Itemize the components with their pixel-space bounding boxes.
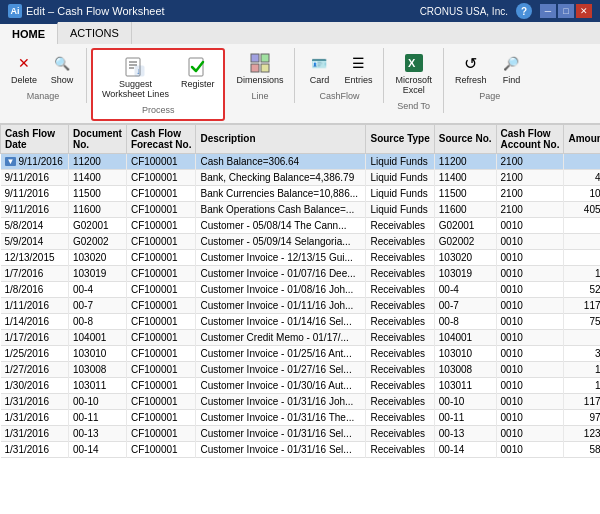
table-row[interactable]: 1/31/201600-14CF100001Customer Invoice -… bbox=[1, 441, 601, 457]
cell-date: 1/11/2016 bbox=[1, 297, 69, 313]
dimensions-button[interactable]: Dimensions bbox=[231, 48, 288, 89]
cell-sourceno: 11400 bbox=[434, 169, 496, 185]
table-row[interactable]: 1/31/201600-13CF100001Customer Invoice -… bbox=[1, 425, 601, 441]
cell-docno: 11200 bbox=[69, 153, 127, 169]
cell-accountno: 0010 bbox=[496, 441, 564, 457]
cell-amount: 822.00 bbox=[564, 249, 600, 265]
cell-forecastno: CF100001 bbox=[126, 425, 196, 441]
ribbon-group-page: Refresh Find Page bbox=[448, 48, 536, 103]
cell-description: Customer Invoice - 01/31/16 Joh... bbox=[196, 393, 366, 409]
cell-sourcetype: Receivables bbox=[366, 217, 434, 233]
col-sourcetype: Source Type bbox=[366, 124, 434, 153]
maximize-button[interactable]: □ bbox=[558, 4, 574, 18]
cell-accountno: 2100 bbox=[496, 169, 564, 185]
table-row[interactable]: 1/31/201600-10CF100001Customer Invoice -… bbox=[1, 393, 601, 409]
cell-description: Customer Invoice - 01/31/16 The... bbox=[196, 409, 366, 425]
table-row[interactable]: 9/11/201611400CF100001Bank, Checking Bal… bbox=[1, 169, 601, 185]
cell-docno: 103011 bbox=[69, 377, 127, 393]
cell-date: 1/30/2016 bbox=[1, 377, 69, 393]
ribbon-content: Delete Show Manage bbox=[0, 44, 600, 123]
entries-button[interactable]: Entries bbox=[339, 48, 377, 89]
close-button[interactable]: ✕ bbox=[576, 4, 592, 18]
register-label: Register bbox=[181, 80, 215, 90]
cell-forecastno: CF100001 bbox=[126, 249, 196, 265]
line-group-label: Line bbox=[231, 91, 288, 103]
cell-description: Customer - 05/08/14 The Cann... bbox=[196, 217, 366, 233]
cell-sourcetype: Receivables bbox=[366, 409, 434, 425]
table-row[interactable]: ▼9/11/201611200CF100001Cash Balance=306.… bbox=[1, 153, 601, 169]
minimize-button[interactable]: ─ bbox=[540, 4, 556, 18]
cell-amount: 1,434.40 bbox=[564, 377, 600, 393]
date-dropdown[interactable]: ▼ bbox=[5, 157, 17, 166]
table-row[interactable]: 1/27/2016103008CF100001Customer Invoice … bbox=[1, 361, 601, 377]
table-row[interactable]: 5/9/2014G02002CF100001Customer - 05/09/1… bbox=[1, 233, 601, 249]
cell-date: 1/7/2016 bbox=[1, 265, 69, 281]
dimensions-icon bbox=[248, 51, 272, 75]
table-row[interactable]: 12/13/2015103020CF100001Customer Invoice… bbox=[1, 249, 601, 265]
cell-sourceno: 00-11 bbox=[434, 409, 496, 425]
cell-sourceno: 103008 bbox=[434, 361, 496, 377]
find-icon bbox=[499, 51, 523, 75]
cell-sourcetype: Liquid Funds bbox=[366, 169, 434, 185]
svg-text:↓: ↓ bbox=[136, 66, 141, 76]
col-date: Cash FlowDate bbox=[1, 124, 69, 153]
table-row[interactable]: 1/31/201600-11CF100001Customer Invoice -… bbox=[1, 409, 601, 425]
table-row[interactable]: 1/25/2016103010CF100001Customer Invoice … bbox=[1, 345, 601, 361]
cell-date: 1/17/2016 bbox=[1, 329, 69, 345]
register-button[interactable]: Register bbox=[176, 52, 220, 93]
col-docno: DocumentNo. bbox=[69, 124, 127, 153]
cell-accountno: 0010 bbox=[496, 217, 564, 233]
svg-rect-8 bbox=[261, 54, 269, 62]
cell-sourceno: 104001 bbox=[434, 329, 496, 345]
refresh-icon bbox=[459, 51, 483, 75]
refresh-button[interactable]: Refresh bbox=[450, 48, 492, 89]
table-row[interactable]: 1/11/201600-7CF100001Customer Invoice - … bbox=[1, 297, 601, 313]
cell-forecastno: CF100001 bbox=[126, 329, 196, 345]
register-icon bbox=[186, 55, 210, 79]
cell-amount: 405,032.77 bbox=[564, 201, 600, 217]
table-row[interactable]: 1/14/201600-8CF100001Customer Invoice - … bbox=[1, 313, 601, 329]
cell-amount: 123,903.02 bbox=[564, 425, 600, 441]
app-icon: Ai bbox=[8, 4, 22, 18]
delete-button[interactable]: Delete bbox=[6, 48, 42, 89]
excel-button[interactable]: X MicrosoftExcel bbox=[390, 48, 437, 99]
cell-description: Customer Invoice - 01/11/16 Joh... bbox=[196, 297, 366, 313]
table-row[interactable]: 9/11/201611500CF100001Bank Currencies Ba… bbox=[1, 185, 601, 201]
cell-description: Customer Invoice - 01/07/16 Dee... bbox=[196, 265, 366, 281]
company-name: CRONUS USA, Inc. bbox=[420, 6, 508, 17]
cell-date: 12/13/2015 bbox=[1, 249, 69, 265]
cell-description: Customer Invoice - 01/14/16 Sel... bbox=[196, 313, 366, 329]
card-button[interactable]: Card bbox=[301, 48, 337, 89]
cell-docno: G02002 bbox=[69, 233, 127, 249]
help-icon[interactable]: ? bbox=[516, 3, 532, 19]
cell-forecastno: CF100001 bbox=[126, 233, 196, 249]
cell-accountno: 0010 bbox=[496, 297, 564, 313]
cell-docno: 11500 bbox=[69, 185, 127, 201]
table-container[interactable]: Cash FlowDate DocumentNo. Cash FlowForec… bbox=[0, 124, 600, 514]
cell-forecastno: CF100001 bbox=[126, 409, 196, 425]
cell-amount: 52,169.69 bbox=[564, 281, 600, 297]
col-description: Description bbox=[196, 124, 366, 153]
table-row[interactable]: 1/17/2016104001CF100001Customer Credit M… bbox=[1, 329, 601, 345]
tab-actions[interactable]: ACTIONS bbox=[58, 22, 132, 44]
suggest-button[interactable]: ↓ SuggestWorksheet Lines bbox=[97, 52, 174, 103]
table-row[interactable]: 5/8/2014G02001CF100001Customer - 05/08/1… bbox=[1, 217, 601, 233]
find-button[interactable]: Find bbox=[493, 48, 529, 89]
process-group-label: Process bbox=[97, 105, 219, 117]
cell-sourceno: 00-8 bbox=[434, 313, 496, 329]
table-row[interactable]: 1/7/2016103019CF100001Customer Invoice -… bbox=[1, 265, 601, 281]
cell-accountno: 0010 bbox=[496, 249, 564, 265]
table-row[interactable]: 1/30/2016103011CF100001Customer Invoice … bbox=[1, 377, 601, 393]
title-bar: Ai Edit – Cash Flow Worksheet CRONUS USA… bbox=[0, 0, 600, 22]
show-button[interactable]: Show bbox=[44, 48, 80, 89]
table-row[interactable]: 9/11/201611600CF100001Bank Operations Ca… bbox=[1, 201, 601, 217]
excel-label: MicrosoftExcel bbox=[395, 76, 432, 96]
cell-sourcetype: Receivables bbox=[366, 313, 434, 329]
table-row[interactable]: 1/8/201600-4CF100001Customer Invoice - 0… bbox=[1, 281, 601, 297]
ribbon: HOME ACTIONS Delete Show Manage bbox=[0, 22, 600, 124]
tab-home[interactable]: HOME bbox=[0, 22, 58, 44]
cell-accountno: 2100 bbox=[496, 185, 564, 201]
cell-description: Bank Currencies Balance=10,886... bbox=[196, 185, 366, 201]
cell-accountno: 0010 bbox=[496, 329, 564, 345]
ribbon-group-cashflow: Card Entries CashFlow bbox=[299, 48, 384, 103]
